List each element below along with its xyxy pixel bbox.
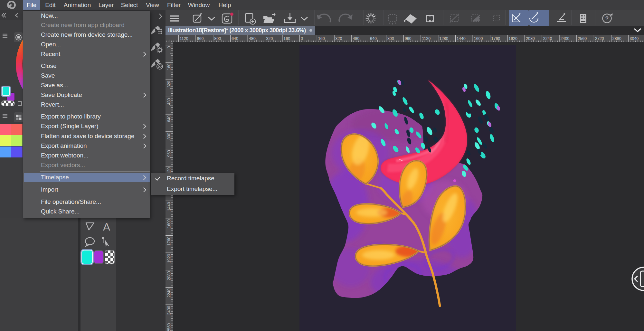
svg-text:1280: 1280 — [439, 36, 448, 41]
svg-text:640: 640 — [232, 36, 238, 41]
svg-text:1120: 1120 — [422, 36, 431, 41]
svg-text:2880: 2880 — [612, 36, 621, 41]
svg-text:2720: 2720 — [595, 36, 604, 41]
svg-text:1120: 1120 — [180, 36, 188, 41]
svg-text:2080: 2080 — [526, 36, 535, 41]
svg-text:2240: 2240 — [167, 288, 171, 298]
svg-text:2080: 2080 — [167, 271, 171, 280]
svg-text:3040: 3040 — [630, 36, 639, 41]
svg-text:?: ? — [605, 15, 609, 22]
svg-text:640: 640 — [370, 36, 377, 41]
svg-text:2240: 2240 — [543, 36, 552, 41]
svg-text:320: 320 — [167, 81, 171, 88]
svg-text:800: 800 — [167, 133, 171, 139]
svg-text:1760: 1760 — [167, 237, 171, 246]
svg-text:2400: 2400 — [561, 36, 570, 41]
svg-text:800: 800 — [387, 36, 394, 41]
svg-text:A: A — [103, 221, 110, 233]
svg-text:160: 160 — [167, 63, 171, 70]
svg-text:160: 160 — [283, 36, 290, 41]
svg-text:1920: 1920 — [508, 36, 517, 41]
svg-text:1440: 1440 — [167, 202, 171, 211]
svg-text:960: 960 — [405, 36, 412, 41]
svg-text:320: 320 — [336, 36, 342, 41]
svg-text:2560: 2560 — [167, 323, 171, 331]
svg-text:1440: 1440 — [457, 36, 466, 41]
svg-text:480: 480 — [167, 98, 171, 105]
svg-text:0: 0 — [167, 46, 171, 48]
svg-text:960: 960 — [197, 36, 204, 41]
svg-text:0: 0 — [301, 36, 303, 41]
svg-text:1920: 1920 — [167, 254, 171, 263]
svg-text:480: 480 — [249, 36, 256, 41]
svg-text:800: 800 — [214, 36, 221, 41]
svg-text:2560: 2560 — [578, 36, 587, 41]
svg-text:1600: 1600 — [474, 36, 483, 41]
svg-text:2400: 2400 — [167, 306, 171, 315]
svg-text:1600: 1600 — [167, 219, 171, 228]
svg-text:160: 160 — [318, 36, 325, 41]
svg-text:320: 320 — [266, 36, 273, 41]
svg-text:480: 480 — [353, 36, 359, 41]
svg-text:960: 960 — [167, 150, 171, 157]
svg-text:640: 640 — [167, 115, 171, 122]
svg-text:1760: 1760 — [491, 36, 500, 41]
